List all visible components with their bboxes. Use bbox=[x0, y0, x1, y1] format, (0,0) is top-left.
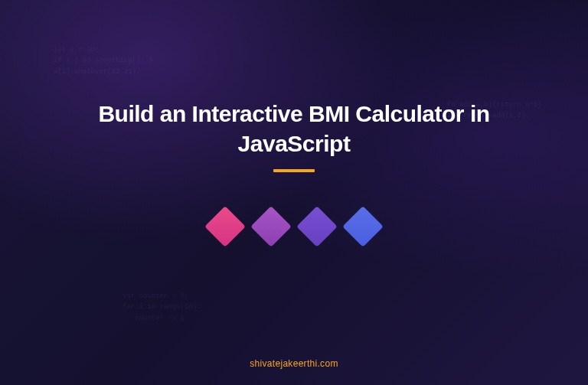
hero-section: Build an Interactive BMI Calculator in J… bbox=[0, 0, 588, 385]
title-underline bbox=[273, 169, 315, 172]
footer-site-link[interactable]: shivatejakeerthi.com bbox=[250, 358, 338, 369]
square-blue-icon bbox=[342, 206, 384, 247]
page-title: Build an Interactive BMI Calculator in J… bbox=[68, 99, 520, 158]
decorative-squares-row bbox=[211, 212, 377, 241]
footer: shivatejakeerthi.com bbox=[0, 356, 588, 370]
square-pink-icon bbox=[204, 206, 246, 247]
square-violet-icon bbox=[296, 206, 338, 247]
square-purple-icon bbox=[250, 206, 292, 247]
